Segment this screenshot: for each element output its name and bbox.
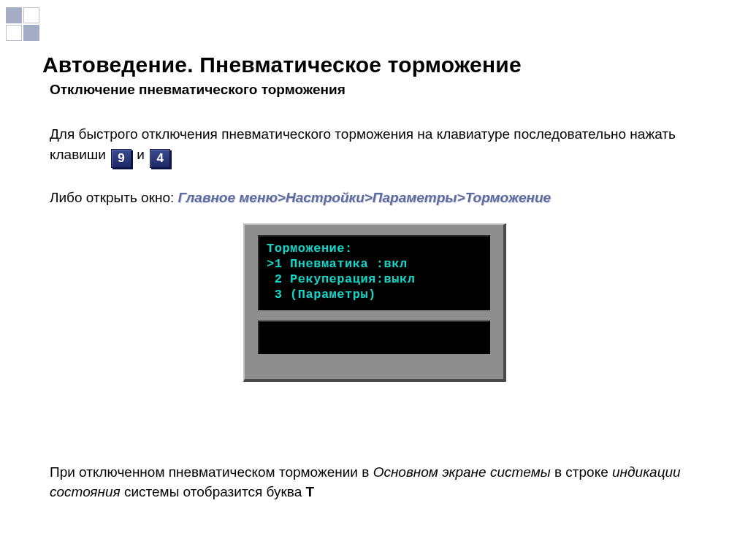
deco-square: [23, 25, 39, 41]
page-title: Автоведение. Пневматическое торможение: [42, 53, 707, 77]
deco-square: [6, 7, 22, 23]
screen-line: Торможение:: [267, 241, 481, 256]
display-device: Торможение: >1 Пневматика :вкл 2 Рекупер…: [243, 223, 506, 382]
deco-square: [6, 25, 22, 41]
instruction-text: Для быстрого отключения пневматического …: [50, 124, 707, 168]
keyboard-key-9: 9: [111, 149, 131, 168]
keyboard-key-4: 4: [150, 149, 170, 168]
deco-square: [23, 7, 39, 23]
footer-italic: Основном экране системы: [373, 464, 551, 480]
device-container: Торможение: >1 Пневматика :вкл 2 Рекупер…: [42, 223, 707, 382]
secondary-screen: [258, 321, 490, 354]
menu-path-line: Либо открыть окно: Главное меню>Настройк…: [50, 190, 707, 206]
footer-text: в строке: [551, 464, 612, 480]
instruction-between: и: [137, 147, 145, 162]
screen-line: 2 Рекуперация:выкл: [267, 272, 481, 287]
deco-empty: [41, 25, 57, 41]
deco-empty: [41, 7, 57, 23]
corner-decoration: [6, 7, 57, 41]
screen-line: 3 (Параметры): [267, 287, 481, 302]
footer-note: При отключенном пневматическом торможени…: [50, 462, 707, 502]
footer-text: При отключенном пневматическом торможени…: [50, 464, 373, 480]
footer-text: системы отобразится буква: [121, 484, 306, 499]
main-screen: Торможение: >1 Пневматика :вкл 2 Рекупер…: [258, 235, 490, 310]
section-subtitle: Отключение пневматического торможения: [50, 82, 707, 98]
screen-line: >1 Пневматика :вкл: [267, 256, 481, 272]
path-intro: Либо открыть окно:: [50, 190, 174, 205]
footer-bold-letter: Т: [306, 484, 315, 499]
menu-path: Главное меню>Настройки>Параметры>Торможе…: [178, 190, 552, 205]
slide-content: Автоведение. Пневматическое торможение О…: [42, 53, 707, 502]
